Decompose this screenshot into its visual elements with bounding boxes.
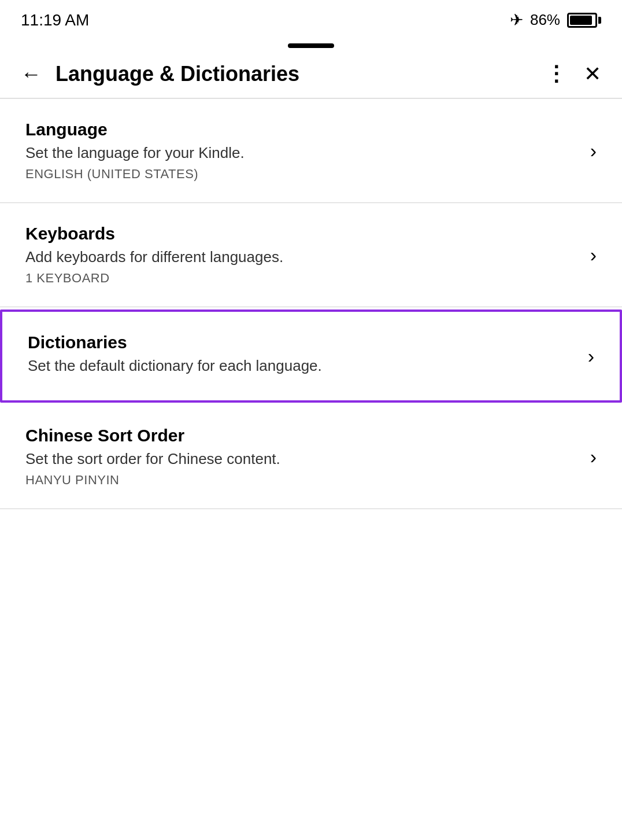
settings-item-language[interactable]: LanguageSet the language for your Kindle…: [0, 99, 622, 203]
settings-item-title-keyboards: Keyboards: [25, 224, 579, 244]
battery-icon: [567, 13, 601, 28]
back-button[interactable]: ←: [21, 64, 42, 84]
chevron-right-icon-language: ›: [590, 139, 597, 162]
settings-item-title-language: Language: [25, 120, 579, 139]
chevron-right-icon-dictionaries: ›: [588, 345, 594, 367]
settings-item-content-language: LanguageSet the language for your Kindle…: [25, 120, 579, 182]
more-options-icon[interactable]: ⋮: [546, 62, 568, 86]
settings-item-desc-chinese-sort-order: Set the sort order for Chinese content.: [25, 450, 579, 468]
swipe-handle: [0, 38, 622, 50]
settings-item-chinese-sort-order[interactable]: Chinese Sort OrderSet the sort order for…: [0, 405, 622, 509]
status-time: 11:19 AM: [21, 11, 89, 30]
airplane-icon: ✈: [510, 10, 523, 30]
settings-item-content-keyboards: KeyboardsAdd keyboards for different lan…: [25, 224, 579, 286]
settings-list: LanguageSet the language for your Kindle…: [0, 99, 622, 509]
settings-item-keyboards[interactable]: KeyboardsAdd keyboards for different lan…: [0, 203, 622, 307]
settings-item-value-language: ENGLISH (UNITED STATES): [25, 167, 579, 182]
settings-item-title-dictionaries: Dictionaries: [28, 333, 576, 352]
chevron-right-icon-keyboards: ›: [590, 244, 597, 266]
settings-item-value-keyboards: 1 KEYBOARD: [25, 271, 579, 286]
swipe-handle-bar: [288, 43, 334, 48]
settings-item-desc-dictionaries: Set the default dictionary for each lang…: [28, 357, 576, 375]
nav-bar: ← Language & Dictionaries ⋮ ✕: [0, 50, 622, 99]
settings-item-dictionaries[interactable]: DictionariesSet the default dictionary f…: [0, 310, 622, 403]
page-title: Language & Dictionaries: [55, 62, 546, 86]
close-icon[interactable]: ✕: [584, 62, 601, 86]
settings-item-desc-keyboards: Add keyboards for different languages.: [25, 248, 579, 266]
battery-percent: 86%: [530, 11, 560, 29]
status-icons: ✈ 86%: [510, 10, 601, 30]
nav-actions: ⋮ ✕: [546, 62, 601, 86]
settings-item-content-dictionaries: DictionariesSet the default dictionary f…: [28, 333, 576, 380]
battery-tip: [598, 17, 601, 24]
status-bar: 11:19 AM ✈ 86%: [0, 0, 622, 38]
settings-item-value-chinese-sort-order: HANYU PINYIN: [25, 473, 579, 488]
chevron-right-icon-chinese-sort-order: ›: [590, 445, 597, 468]
battery-fill: [570, 16, 592, 25]
settings-item-content-chinese-sort-order: Chinese Sort OrderSet the sort order for…: [25, 426, 579, 488]
settings-item-desc-language: Set the language for your Kindle.: [25, 144, 579, 162]
battery-body: [567, 13, 597, 28]
settings-item-title-chinese-sort-order: Chinese Sort Order: [25, 426, 579, 445]
